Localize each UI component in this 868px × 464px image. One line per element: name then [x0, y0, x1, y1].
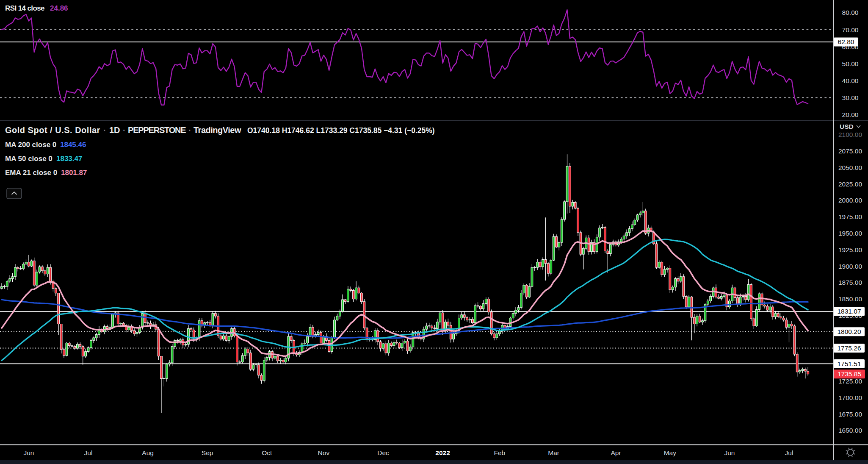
- svg-text:1650.00: 1650.00: [838, 427, 862, 434]
- svg-text:·: ·: [123, 125, 126, 135]
- svg-text:EMA 21 close 0: EMA 21 close 0: [5, 169, 57, 177]
- svg-text:50.00: 50.00: [842, 60, 859, 67]
- svg-text:24.86: 24.86: [50, 4, 68, 12]
- svg-text:·: ·: [103, 125, 106, 135]
- svg-text:1801.87: 1801.87: [61, 169, 87, 177]
- svg-text:MA 200 close 0: MA 200 close 0: [5, 141, 56, 149]
- svg-text:Jul: Jul: [84, 449, 93, 456]
- svg-text:May: May: [664, 449, 677, 456]
- svg-text:30.00: 30.00: [842, 94, 859, 101]
- svg-text:Gold Spot / U.S. Dollar: Gold Spot / U.S. Dollar: [5, 125, 100, 135]
- svg-text:62.80: 62.80: [838, 38, 854, 45]
- svg-text:80.00: 80.00: [842, 9, 859, 16]
- svg-text:1845.46: 1845.46: [60, 141, 86, 149]
- svg-text:Apr: Apr: [611, 449, 621, 456]
- svg-text:2075.00: 2075.00: [838, 147, 862, 155]
- svg-text:2050.00: 2050.00: [838, 164, 862, 171]
- svg-text:40.00: 40.00: [842, 77, 859, 84]
- svg-text:1700.00: 1700.00: [838, 394, 862, 401]
- svg-text:2100.00: 2100.00: [838, 131, 862, 138]
- svg-text:20.00: 20.00: [842, 111, 859, 118]
- svg-text:1751.51: 1751.51: [837, 360, 861, 367]
- svg-text:MA 50 close 0: MA 50 close 0: [5, 155, 53, 163]
- svg-text:RSI 14 close: RSI 14 close: [5, 4, 44, 12]
- svg-text:Nov: Nov: [318, 449, 330, 456]
- svg-text:1725.00: 1725.00: [838, 378, 862, 385]
- svg-text:1900.00: 1900.00: [838, 263, 862, 270]
- svg-text:2000.00: 2000.00: [838, 197, 862, 204]
- svg-text:1735.85: 1735.85: [838, 370, 861, 378]
- svg-text:PEPPERSTONE: PEPPERSTONE: [128, 125, 186, 135]
- svg-text:USD: USD: [840, 123, 854, 130]
- svg-text:2025.00: 2025.00: [838, 181, 862, 188]
- svg-text:Jun: Jun: [23, 449, 34, 456]
- svg-text:1831.07: 1831.07: [837, 308, 861, 315]
- svg-text:Feb: Feb: [494, 449, 505, 456]
- svg-text:Aug: Aug: [142, 449, 154, 456]
- svg-text:Dec: Dec: [377, 449, 389, 456]
- svg-text:1850.00: 1850.00: [838, 295, 862, 303]
- svg-text:1833.47: 1833.47: [56, 155, 82, 163]
- svg-text:1975.00: 1975.00: [838, 213, 862, 220]
- svg-text:Oct: Oct: [262, 449, 272, 456]
- svg-text:1775.26: 1775.26: [837, 345, 861, 352]
- svg-text:1675.00: 1675.00: [838, 411, 862, 418]
- svg-text:1800.20: 1800.20: [837, 328, 861, 335]
- svg-text:O1740.18 H1746.62 L1733.29 C17: O1740.18 H1746.62 L1733.29 C1735.85 −4.3…: [247, 126, 435, 135]
- svg-text:Jun: Jun: [724, 449, 735, 456]
- svg-text:Jul: Jul: [785, 449, 793, 456]
- svg-text:1D: 1D: [109, 125, 120, 135]
- svg-text:Sep: Sep: [202, 449, 213, 456]
- svg-text:70.00: 70.00: [842, 26, 859, 33]
- svg-text:1950.00: 1950.00: [838, 230, 862, 237]
- svg-text:TradingView: TradingView: [194, 125, 241, 135]
- svg-text:1875.00: 1875.00: [838, 279, 862, 286]
- svg-text:Mar: Mar: [548, 449, 559, 456]
- svg-text:1925.00: 1925.00: [838, 246, 862, 253]
- svg-text:2022: 2022: [435, 449, 450, 456]
- svg-text:·: ·: [188, 125, 191, 135]
